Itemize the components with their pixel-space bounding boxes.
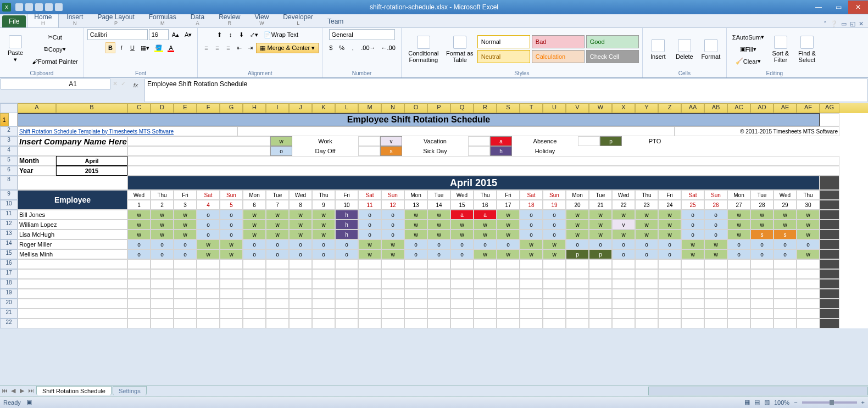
find-select-button[interactable]: Find & Select — [795, 31, 819, 68]
zoom-level[interactable]: 100% — [774, 399, 789, 406]
qat-btn[interactable] — [45, 3, 53, 11]
group-alignment: ⬆ ↕ ⬇ ⤢▾ 📄 Wrap Text ≡ ≡ ≡ ⇤ ⇥ ▦ Merge &… — [198, 28, 322, 77]
format-as-table-button[interactable]: Format as Table — [444, 31, 475, 68]
horizontal-scrollbar[interactable] — [648, 387, 868, 395]
sheet-tab-settings[interactable]: Settings — [113, 386, 147, 395]
copy-button[interactable]: ⧉ Copy ▾ — [30, 44, 80, 55]
font-size-select[interactable]: 16 — [149, 29, 169, 40]
underline-button[interactable]: U — [127, 42, 137, 53]
style-check-cell[interactable]: Check Cell — [586, 50, 639, 63]
conditional-formatting-button[interactable]: Conditional Formatting — [405, 31, 442, 68]
qat-btn[interactable] — [55, 3, 63, 11]
quick-access-toolbar — [15, 3, 63, 11]
zoom-out-button[interactable]: − — [794, 399, 797, 406]
ribbon-min-icon[interactable]: ˄ — [824, 20, 827, 27]
sheet-tab-bar: ⏮ ◀ ▶ ⏭ Shift Rotation Schedule Settings — [0, 385, 868, 396]
tab-nav-next[interactable]: ▶ — [18, 387, 26, 394]
number-format-select[interactable]: General — [329, 29, 395, 40]
row-headers[interactable]: 1234568910111213141516171819202122 — [0, 113, 18, 328]
status-bar: Ready ▣ ▦ ▤ ▧ 100% − + — [0, 396, 868, 408]
close-button[interactable]: ✕ — [848, 1, 868, 14]
currency-button[interactable]: $ — [326, 42, 336, 53]
paste-button[interactable]: Paste▾ — [3, 31, 27, 68]
insert-cells-button[interactable]: Insert — [646, 31, 670, 68]
format-cells-button[interactable]: Format — [699, 31, 723, 68]
view-layout-icon[interactable]: ▤ — [754, 399, 760, 406]
font-name-select[interactable]: Calibri — [87, 29, 148, 40]
qat-redo-icon[interactable] — [35, 3, 43, 11]
worksheet[interactable]: ABCDEFGHIJKLMNOPQRSTUVWXYZAAABACADAEAFAG… — [0, 103, 868, 328]
doc-min-icon[interactable]: ▭ — [841, 20, 847, 27]
window-title: shift-rotation-schedule.xlsx - Microsoft… — [370, 3, 498, 11]
help-icon[interactable]: ❔ — [830, 20, 838, 27]
align-bottom-button[interactable]: ⬇ — [237, 29, 247, 40]
align-center-button[interactable]: ≡ — [212, 42, 222, 53]
select-all-corner[interactable] — [0, 103, 18, 113]
zoom-in-button[interactable]: + — [861, 399, 865, 406]
delete-cells-button[interactable]: Delete — [672, 31, 697, 68]
group-styles: Conditional Formatting Format as Table N… — [402, 28, 643, 77]
group-font: Calibri 16 A▴ A▾ B I U ▦▾ 🪣 A Font — [84, 28, 198, 77]
tab-nav-first[interactable]: ⏮ — [0, 387, 9, 394]
style-bad[interactable]: Bad — [532, 35, 585, 48]
qat-undo-icon[interactable] — [25, 3, 33, 11]
wrap-text-button[interactable]: 📄 Wrap Text — [261, 29, 305, 40]
column-headers[interactable]: ABCDEFGHIJKLMNOPQRSTUVWXYZAAABACADAEAFAG — [18, 103, 868, 113]
name-box[interactable] — [1, 79, 110, 90]
minimize-button[interactable]: — — [809, 1, 828, 14]
bold-button[interactable]: B — [105, 42, 115, 53]
tab-nav-prev[interactable]: ◀ — [9, 387, 18, 394]
sort-filter-button[interactable]: Sort & Filter — [769, 31, 793, 68]
doc-close-icon[interactable]: ✕ — [859, 20, 864, 27]
sheet-tab-active[interactable]: Shift Rotation Schedule — [36, 386, 112, 395]
style-neutral[interactable]: Neutral — [477, 50, 530, 63]
view-break-icon[interactable]: ▧ — [764, 399, 770, 406]
tab-file[interactable]: File — [2, 15, 26, 27]
format-icon — [704, 39, 717, 52]
formula-input[interactable]: Employee Shift Rotation Schedule — [144, 79, 867, 102]
autosum-button[interactable]: Σ AutoSum ▾ — [730, 32, 766, 43]
maximize-button[interactable]: ▭ — [828, 1, 848, 14]
align-right-button[interactable]: ≡ — [223, 42, 233, 53]
orientation-button[interactable]: ⤢▾ — [248, 29, 260, 40]
formula-bar: ✕ ✓ fx Employee Shift Rotation Schedule — [0, 78, 868, 103]
style-good[interactable]: Good — [586, 35, 639, 48]
cut-button[interactable]: ✂ Cut — [30, 32, 80, 43]
qat-save-icon[interactable] — [15, 3, 23, 11]
style-calculation[interactable]: Calculation — [532, 50, 585, 63]
align-top-button[interactable]: ⬆ — [215, 29, 225, 40]
merge-center-button[interactable]: ▦ Merge & Center ▾ — [256, 43, 319, 53]
status-ready: Ready — [3, 399, 21, 406]
percent-button[interactable]: % — [337, 42, 347, 53]
fx-icon[interactable]: fx — [129, 80, 142, 88]
enter-formula-icon[interactable]: ✓ — [121, 80, 126, 87]
align-left-button[interactable]: ≡ — [201, 42, 211, 53]
tab-team[interactable]: Team — [321, 15, 350, 27]
italic-button[interactable]: I — [116, 42, 126, 53]
dec-decimal-button[interactable]: ←.00 — [379, 42, 398, 53]
style-normal[interactable]: Normal — [477, 35, 530, 48]
fill-color-button[interactable]: 🪣 — [153, 42, 165, 53]
doc-restore-icon[interactable]: ◱ — [850, 20, 855, 27]
sort-icon — [774, 36, 787, 49]
border-button[interactable]: ▦▾ — [138, 42, 152, 53]
macro-record-icon[interactable]: ▣ — [26, 399, 32, 406]
inc-decimal-button[interactable]: .00→ — [359, 42, 377, 53]
view-normal-icon[interactable]: ▦ — [744, 399, 750, 406]
table-icon — [453, 36, 466, 49]
align-middle-button[interactable]: ↕ — [226, 29, 236, 40]
cancel-formula-icon[interactable]: ✕ — [113, 80, 118, 87]
zoom-slider[interactable] — [802, 401, 857, 404]
clear-button[interactable]: 🧹 Clear ▾ — [730, 56, 766, 67]
grow-font-button[interactable]: A▴ — [170, 29, 181, 40]
shrink-font-button[interactable]: A▾ — [182, 29, 194, 40]
fill-button[interactable]: ▣ Fill ▾ — [730, 44, 766, 55]
cell-grid[interactable]: Employee Shift Rotation ScheduleShift Ro… — [18, 113, 868, 328]
indent-dec-button[interactable]: ⇤ — [234, 42, 244, 53]
indent-inc-button[interactable]: ⇥ — [245, 42, 255, 53]
tab-nav-last[interactable]: ⏭ — [26, 387, 35, 394]
font-color-button[interactable]: A — [166, 42, 176, 53]
format-painter-button[interactable]: 🖌 Format Painter — [30, 56, 80, 67]
comma-button[interactable]: , — [348, 42, 358, 53]
cell-styles-gallery[interactable]: Normal Bad Good Neutral Calculation Chec… — [477, 35, 639, 63]
